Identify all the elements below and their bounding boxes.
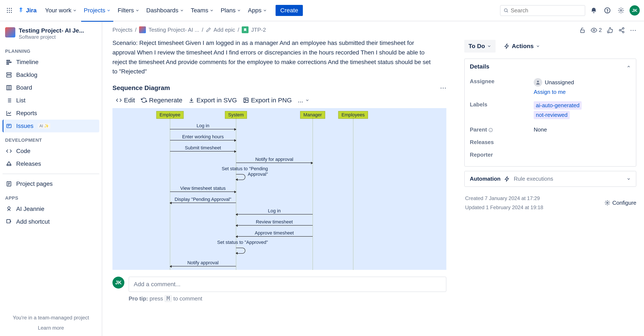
svg-point-27 <box>622 27 624 29</box>
ai-badge: AI ✨ <box>38 123 50 129</box>
seq-msg: View timesheet status <box>170 192 236 192</box>
sidebar-item-releases[interactable]: Releases <box>2 157 99 170</box>
search-box[interactable] <box>500 5 585 16</box>
reporter-value[interactable] <box>534 151 631 158</box>
bolt-icon <box>504 176 510 182</box>
scenario-description[interactable]: Scenario: Reject timesheet Given I am lo… <box>112 38 432 76</box>
sidebar-item-project-pages[interactable]: Project pages <box>2 177 99 190</box>
releases-label: Releases <box>470 139 534 146</box>
seq-msg: Enter working hours <box>170 140 236 140</box>
export-png-button[interactable]: Export in PNG <box>243 97 292 104</box>
svg-rect-18 <box>7 85 11 90</box>
lifeline <box>170 117 170 270</box>
nav-your-work[interactable]: Your work <box>42 5 80 16</box>
timestamps: Created 7 January 2024 at 17:29 Updated … <box>464 191 544 215</box>
comment-avatar: JK <box>112 277 124 289</box>
app-switcher-icon[interactable] <box>4 5 14 15</box>
right-panel: 2 ⋯ To Do Actions Details Assignee Unass… <box>456 21 644 336</box>
watchers[interactable]: 2 <box>591 27 602 33</box>
svg-point-29 <box>622 31 624 33</box>
sidebar: Testing Project- AI Je... Software proje… <box>0 21 102 336</box>
edit-button[interactable]: Edit <box>116 97 135 104</box>
svg-point-4 <box>9 10 10 11</box>
comment-input[interactable]: Add a comment... <box>129 277 446 292</box>
assign-to-me-link[interactable]: Assign to me <box>534 89 631 95</box>
sidebar-learn-more[interactable]: Learn more <box>2 324 99 332</box>
svg-point-26 <box>593 29 595 31</box>
status-dropdown[interactable]: To Do <box>464 40 496 52</box>
label-chip[interactable]: not-reviewed <box>534 111 570 119</box>
breadcrumb-issue-key[interactable]: JTP-2 <box>251 26 266 33</box>
nav-apps[interactable]: Apps <box>245 5 270 16</box>
section-development: DEVELOPMENT <box>2 132 99 145</box>
export-svg-button[interactable]: Export in SVG <box>188 97 237 104</box>
sidebar-item-ai-jeannie[interactable]: AI Jeannie <box>2 203 99 215</box>
labels-label: Labels <box>470 101 534 120</box>
self-loop <box>236 248 245 254</box>
releases-value[interactable] <box>534 139 631 146</box>
svg-rect-13 <box>7 60 10 61</box>
seq-msg: Approve timesheet <box>236 236 313 237</box>
svg-point-12 <box>620 9 622 11</box>
svg-rect-22 <box>7 220 10 223</box>
like-icon[interactable] <box>607 27 613 33</box>
sidebar-item-issues[interactable]: IssuesAI ✨ <box>2 120 99 132</box>
svg-point-7 <box>9 12 10 13</box>
self-loop <box>236 174 245 180</box>
help-icon[interactable] <box>602 5 612 15</box>
breadcrumb-project[interactable]: Testing Project- AI ... <box>148 26 199 33</box>
nav-plans[interactable]: Plans <box>218 5 244 16</box>
gear-icon <box>604 200 610 206</box>
parent-value[interactable]: None <box>534 126 631 133</box>
sidebar-item-board[interactable]: Board <box>2 81 99 94</box>
label-chip[interactable]: ai-auto-generated <box>534 101 582 110</box>
nav-teams[interactable]: Teams <box>188 5 216 16</box>
sidebar-item-list[interactable]: List <box>2 94 99 107</box>
assignee-value[interactable]: Unassigned <box>534 78 631 87</box>
sidebar-item-reports[interactable]: Reports <box>2 107 99 120</box>
user-avatar[interactable]: JK <box>630 5 640 15</box>
seq-msg: Notify approval <box>170 266 236 266</box>
regenerate-button[interactable]: Regenerate <box>141 97 182 104</box>
nav-projects[interactable]: Projects <box>81 5 113 16</box>
svg-point-0 <box>7 8 8 9</box>
section-apps: APPS <box>2 190 99 203</box>
chevron-down-icon <box>626 177 631 181</box>
nav-filters[interactable]: Filters <box>115 5 142 16</box>
issue-type-icon <box>242 26 248 33</box>
labels-value[interactable]: ai-auto-generated not-reviewed <box>534 101 631 120</box>
automation-header[interactable]: Automation Rule executions <box>465 171 636 186</box>
breadcrumb-projects[interactable]: Projects <box>112 26 132 33</box>
seq-msg: Review timesheet <box>236 225 313 226</box>
unlock-icon[interactable] <box>579 27 586 33</box>
breadcrumb-add-epic[interactable]: Add epic <box>214 26 235 33</box>
jira-logo[interactable]: Jira <box>18 7 37 14</box>
create-button[interactable]: Create <box>276 5 303 16</box>
parent-label: Parent <box>470 126 534 133</box>
notifications-icon[interactable] <box>589 5 599 15</box>
project-icon <box>5 27 15 37</box>
sidebar-item-add-shortcut[interactable]: Add shortcut <box>2 215 99 228</box>
actions-dropdown[interactable]: Actions <box>500 40 544 52</box>
svg-rect-17 <box>7 75 11 77</box>
search-input[interactable] <box>511 7 582 14</box>
nav-dashboards[interactable]: Dashboards <box>144 5 186 16</box>
pro-tip: Pro tip: press M to comment <box>129 295 446 302</box>
details-header[interactable]: Details <box>465 59 636 74</box>
seq-msg: Log in <box>170 129 236 129</box>
sequence-diagram[interactable]: Employee System Manager Employees Log in… <box>112 108 446 270</box>
diagram-more-icon[interactable]: ⋯ <box>440 84 446 91</box>
share-icon[interactable] <box>618 27 625 33</box>
seq-msg: Display "Pending Approval" <box>170 203 236 203</box>
sidebar-item-timeline[interactable]: Timeline <box>2 56 99 68</box>
toolbar-more-button[interactable]: ... <box>298 97 310 104</box>
more-actions-icon[interactable]: ⋯ <box>630 26 636 34</box>
info-icon <box>488 128 493 132</box>
svg-point-2 <box>11 8 12 9</box>
sidebar-item-code[interactable]: Code <box>2 145 99 157</box>
sidebar-item-backlog[interactable]: Backlog <box>2 68 99 81</box>
configure-button[interactable]: Configure <box>604 200 636 206</box>
seq-msg: Submit timesheet <box>170 151 236 151</box>
svg-point-1 <box>9 8 10 9</box>
settings-icon[interactable] <box>616 5 626 15</box>
